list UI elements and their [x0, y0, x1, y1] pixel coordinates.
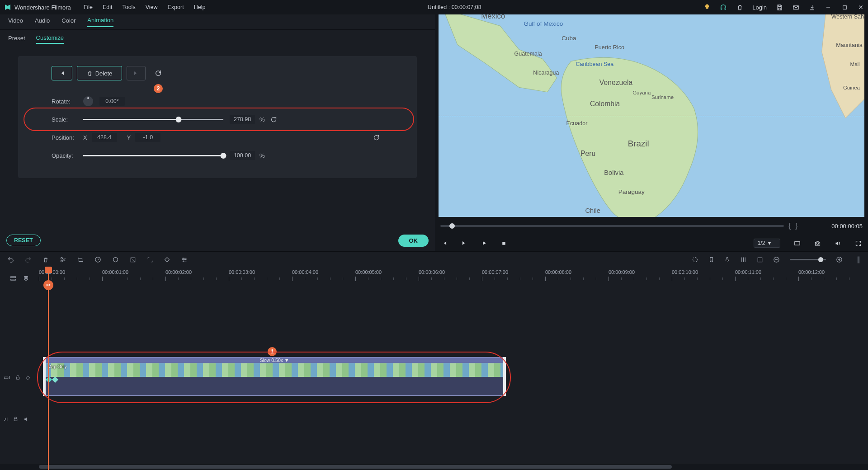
svg-text:Peru: Peru [580, 150, 595, 157]
clip-handle-left[interactable] [43, 357, 46, 396]
play-icon[interactable] [481, 240, 487, 246]
svg-text:Mali: Mali [850, 61, 860, 67]
maximize-icon[interactable] [841, 4, 848, 11]
preview-canvas[interactable]: Mexico Gulf of Mexico Cuba Puerto Rico G… [439, 14, 864, 217]
clip-handle-right[interactable] [503, 357, 506, 396]
crop-icon[interactable] [77, 257, 84, 263]
menu-edit[interactable]: Edit [103, 4, 113, 10]
mail-icon[interactable] [792, 4, 799, 11]
headset-icon[interactable] [720, 4, 727, 11]
delete-label: Delete [95, 70, 113, 77]
download-icon[interactable] [808, 4, 816, 11]
delete-clip-icon[interactable] [42, 257, 49, 263]
scale-slider[interactable] [83, 119, 223, 120]
adjust-icon[interactable] [181, 256, 188, 263]
color-icon[interactable] [112, 256, 119, 263]
svg-text:Guatemala: Guatemala [514, 51, 542, 57]
split-icon[interactable] [60, 256, 66, 263]
volume-icon[interactable] [835, 240, 841, 247]
keyframe-tool-icon[interactable] [164, 257, 170, 263]
next-frame-icon[interactable] [461, 240, 467, 246]
zoom-in-icon[interactable] [836, 256, 843, 263]
stop-icon[interactable] [501, 240, 507, 246]
svg-rect-0 [843, 5, 846, 9]
timeline-zoom-slider[interactable] [790, 259, 826, 260]
svg-point-31 [185, 259, 186, 260]
timeline-scrollbar[interactable] [0, 464, 868, 470]
svg-text:Caribbean Sea: Caribbean Sea [576, 61, 614, 67]
green-screen-icon[interactable] [130, 257, 136, 263]
menu-export[interactable]: Export [168, 4, 184, 10]
svg-text:Nicaragua: Nicaragua [533, 70, 559, 76]
login-link[interactable]: Login [752, 4, 767, 11]
audio-mute-icon[interactable] [24, 416, 29, 422]
rotate-value[interactable]: 0.00° [99, 97, 125, 106]
lightbulb-icon[interactable] [703, 4, 711, 11]
mix-icon[interactable] [692, 256, 698, 263]
tracks-area[interactable]: ▭ı ◇ Slow 0.50x ▼ Map Only [0, 289, 868, 464]
svg-point-32 [183, 260, 184, 262]
prev-keyframe-button[interactable] [52, 66, 72, 80]
tab-audio[interactable]: Audio [35, 17, 50, 27]
menu-help[interactable]: Help [194, 4, 206, 10]
marker-icon[interactable] [708, 256, 714, 263]
redo-icon[interactable] [25, 256, 32, 263]
opacity-value[interactable]: 100.00 [230, 151, 255, 160]
svg-rect-40 [10, 279, 15, 280]
delete-keyframe-button[interactable]: Delete [77, 66, 122, 80]
ruler-tick: 00:00:10:00 [672, 269, 698, 275]
audio-mixer-icon[interactable] [740, 256, 747, 263]
fullscreen-icon[interactable] [855, 240, 862, 247]
svg-rect-25 [795, 241, 800, 245]
scale-value[interactable]: 278.98 [230, 115, 255, 124]
minimize-icon[interactable] [825, 4, 832, 11]
scale-reset-icon[interactable] [270, 116, 277, 123]
menu-file[interactable]: File [84, 4, 93, 10]
ok-button[interactable]: OK [398, 235, 429, 247]
trash-icon[interactable] [736, 4, 743, 11]
mark-out-icon[interactable]: } [795, 222, 797, 230]
track-type-video-icon: ▭ı [4, 374, 10, 381]
menu-view[interactable]: View [146, 4, 158, 10]
menu-tools[interactable]: Tools [122, 4, 135, 10]
mark-in-icon[interactable]: { [788, 222, 791, 230]
preview-zoom-select[interactable]: 1/2 ▾ [754, 239, 780, 248]
audio-lock-icon[interactable] [13, 416, 18, 422]
opacity-slider[interactable] [83, 155, 223, 156]
undo-icon[interactable] [7, 256, 14, 263]
zoom-fit-icon[interactable] [856, 256, 861, 264]
tab-color[interactable]: Color [61, 17, 75, 27]
preview-progress[interactable] [440, 225, 784, 227]
magnet-icon[interactable] [23, 275, 29, 282]
clip-speed-bar[interactable]: Slow 0.50x ▼ [44, 357, 505, 363]
playhead[interactable]: ✂ [48, 268, 49, 470]
preview-quality-icon[interactable] [794, 240, 801, 247]
timeline-ruler[interactable]: 00:00:00:0000:00:01:0000:00:02:0000:00:0… [39, 268, 868, 289]
position-x-value[interactable]: 428.4 [92, 133, 117, 142]
clip-keyframe-strip[interactable] [44, 377, 505, 382]
position-reset-icon[interactable] [373, 134, 380, 141]
rotate-knob[interactable] [83, 96, 93, 106]
subtab-preset[interactable]: Preset [8, 35, 25, 43]
reset-keyframes-icon[interactable] [155, 70, 162, 77]
close-icon[interactable] [857, 4, 864, 11]
ruler-tick: 00:00:05:00 [355, 269, 382, 275]
snapshot-icon[interactable] [814, 240, 821, 247]
track-manager-icon[interactable] [10, 275, 16, 282]
expand-icon[interactable] [147, 257, 153, 263]
position-y-value[interactable]: -1.0 [135, 133, 160, 142]
track-lock-icon[interactable] [15, 375, 20, 380]
video-clip[interactable]: Slow 0.50x ▼ Map Only [44, 357, 505, 396]
tab-animation[interactable]: Animation [87, 17, 113, 27]
subtab-customize[interactable]: Customize [36, 34, 64, 44]
voiceover-icon[interactable] [724, 256, 730, 263]
reset-button[interactable]: RESET [6, 235, 41, 246]
zoom-out-icon[interactable] [773, 256, 780, 263]
render-icon[interactable] [757, 257, 763, 263]
speed-icon[interactable] [94, 256, 101, 263]
tab-video[interactable]: Video [8, 17, 23, 27]
playhead-scissors-icon[interactable]: ✂ [43, 280, 53, 290]
track-toggle-icon[interactable]: ◇ [26, 374, 30, 381]
save-icon[interactable] [776, 4, 783, 11]
prev-frame-icon[interactable] [441, 240, 448, 246]
